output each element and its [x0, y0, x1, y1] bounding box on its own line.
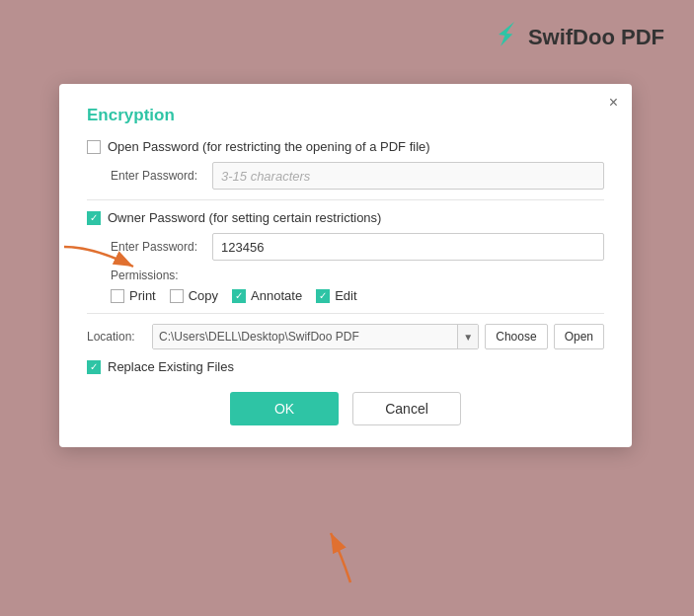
action-row: OK Cancel: [87, 392, 604, 425]
owner-password-checkbox[interactable]: [87, 211, 101, 225]
close-button[interactable]: ×: [609, 94, 618, 112]
open-password-field-row: Enter Password:: [87, 162, 604, 190]
open-password-field-label: Enter Password:: [111, 169, 204, 183]
location-input[interactable]: [153, 325, 457, 348]
perm-copy-checkbox[interactable]: [170, 289, 184, 303]
perm-print-checkbox[interactable]: [111, 289, 124, 303]
owner-password-section: Owner Password (for setting certain rest…: [87, 210, 604, 303]
perm-copy: Copy: [170, 288, 218, 303]
replace-checkbox[interactable]: [87, 360, 101, 374]
perm-print-label: Print: [129, 288, 156, 303]
perm-annotate-checkbox[interactable]: [232, 289, 246, 303]
permissions-label: Permissions:: [87, 269, 604, 282]
perm-copy-label: Copy: [189, 288, 218, 303]
open-button[interactable]: Open: [554, 324, 604, 349]
owner-password-input[interactable]: [212, 233, 604, 261]
perm-print: Print: [111, 288, 156, 303]
arrow-2: [291, 523, 390, 595]
open-password-input[interactable]: [212, 162, 604, 190]
owner-password-field-row: Enter Password:: [87, 233, 604, 261]
location-row: Location: ▼ Choose Open: [87, 324, 604, 349]
perm-annotate: Annotate: [232, 288, 302, 303]
permissions-row: Print Copy Annotate Edit: [87, 288, 604, 303]
perm-edit-checkbox[interactable]: [316, 289, 330, 303]
ok-button[interactable]: OK: [230, 392, 339, 425]
dialog-title: Encryption: [87, 106, 604, 125]
replace-row: Replace Existing Files: [87, 359, 604, 374]
perm-annotate-label: Annotate: [251, 288, 302, 303]
brand-icon: [489, 18, 520, 56]
cancel-button[interactable]: Cancel: [352, 392, 461, 425]
brand: SwifDoo PDF: [489, 18, 664, 56]
owner-password-label: Owner Password (for setting certain rest…: [108, 210, 381, 225]
open-password-header: Open Password (for restricting the openi…: [87, 139, 604, 154]
brand-name: SwifDoo PDF: [528, 25, 664, 50]
perm-edit: Edit: [316, 288, 356, 303]
open-password-checkbox[interactable]: [87, 140, 101, 154]
location-input-wrap: ▼: [152, 324, 479, 349]
owner-password-field-label: Enter Password:: [111, 240, 204, 254]
replace-label: Replace Existing Files: [108, 359, 234, 374]
open-password-section: Open Password (for restricting the openi…: [87, 139, 604, 190]
location-dropdown-button[interactable]: ▼: [457, 325, 478, 348]
open-password-label: Open Password (for restricting the openi…: [108, 139, 430, 154]
location-label: Location:: [87, 330, 146, 344]
choose-button[interactable]: Choose: [485, 324, 547, 349]
owner-password-header: Owner Password (for setting certain rest…: [87, 210, 604, 225]
dialog: × Encryption Open Password (for restrict…: [59, 84, 632, 447]
perm-edit-label: Edit: [335, 288, 356, 303]
